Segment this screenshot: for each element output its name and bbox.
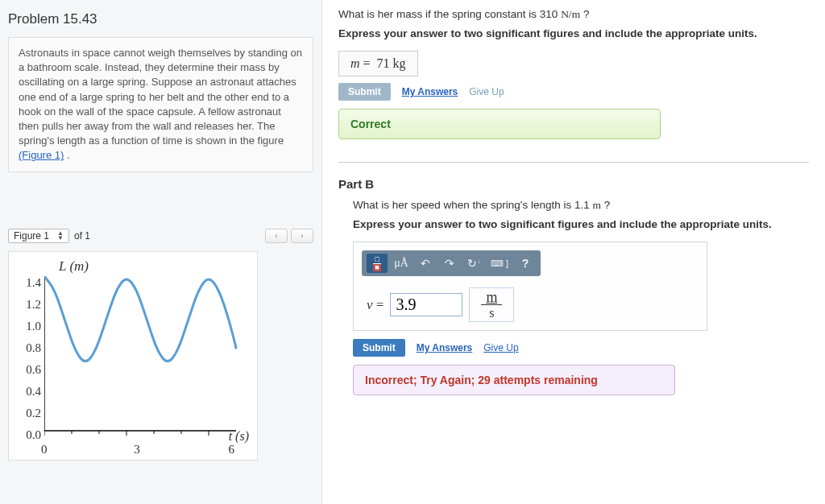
part-a-question: What is her mass if the spring constant … <box>338 8 809 21</box>
right-pane: What is her mass if the spring constant … <box>322 0 825 504</box>
part-a-buttons: Submit My Answers Give Up <box>338 83 809 101</box>
part-b: Part B What is her speed when the spring… <box>338 177 809 395</box>
help-button[interactable]: ? <box>515 254 536 273</box>
problem-body: Astronauts in space cannot weigh themsel… <box>19 47 302 147</box>
part-b-question: What is her speed when the spring's leng… <box>338 199 809 212</box>
undo-button[interactable]: ↶ <box>415 254 436 273</box>
chart-figure: L (m) t (s) 1.41.21.00.80.60.40.20.0 <box>8 251 258 461</box>
chart-x-ticks: 036 <box>41 443 234 456</box>
unit-numerator: m <box>481 290 502 305</box>
part-b-answer-input[interactable] <box>390 293 462 316</box>
separator <box>338 162 809 163</box>
figure-select-label: Figure 1 <box>14 230 49 242</box>
part-b-feedback-incorrect: Incorrect; Try Again; 29 attempts remain… <box>353 365 675 395</box>
figure-of-label: of 1 <box>74 230 90 242</box>
redo-button[interactable]: ↷ <box>439 254 460 273</box>
figure-nav: ‹ › <box>265 229 313 243</box>
problem-title: Problem 15.43 <box>8 8 313 37</box>
part-a-my-answers-link[interactable]: My Answers <box>402 86 458 97</box>
chart-plot <box>44 276 238 437</box>
unit-denominator: s <box>484 305 499 320</box>
part-b-unit-box[interactable]: m s <box>469 287 514 322</box>
part-a-give-up-link[interactable]: Give Up <box>469 86 504 97</box>
part-a-submit-button[interactable]: Submit <box>338 83 391 101</box>
unit-button[interactable]: μÅ <box>391 254 412 273</box>
problem-text: Astronauts in space cannot weigh themsel… <box>8 37 313 172</box>
figure-link[interactable]: (Figure 1) <box>19 149 64 161</box>
part-b-give-up-link[interactable]: Give Up <box>483 342 518 353</box>
part-b-instruction: Express your answer to two significant f… <box>338 218 809 230</box>
reset-button[interactable]: ↻ⁱ <box>463 254 484 273</box>
figure-controls: Figure 1 ▲▼ of 1 ‹ › <box>8 229 313 243</box>
left-pane: Problem 15.43 Astronauts in space cannot… <box>0 0 322 504</box>
problem-body-end: . <box>64 149 69 161</box>
equation-toolbar: □■ μÅ ↶ ↷ ↻ⁱ ⌨ ] ? <box>362 250 541 276</box>
part-a-value: 71 kg <box>377 56 406 70</box>
chart-y-axis-label: L (m) <box>59 258 89 275</box>
figure-stepper-icon[interactable]: ▲▼ <box>57 231 64 241</box>
part-b-answer-row: v = m s <box>362 287 699 322</box>
part-b-my-answers-link[interactable]: My Answers <box>417 342 473 353</box>
part-a-var: m <box>350 56 360 70</box>
part-b-var: v = <box>367 297 383 313</box>
part-b-input-panel: □■ μÅ ↶ ↷ ↻ⁱ ⌨ ] ? v = m s <box>353 242 707 331</box>
part-a-instruction: Express your answer to two significant f… <box>338 27 809 39</box>
figure-next-button[interactable]: › <box>291 229 313 243</box>
part-b-buttons: Submit My Answers Give Up <box>338 339 809 357</box>
figure-select[interactable]: Figure 1 ▲▼ <box>8 229 69 243</box>
keyboard-button[interactable]: ⌨ ] <box>487 254 512 273</box>
fraction-button[interactable]: □■ <box>367 254 388 273</box>
part-b-submit-button[interactable]: Submit <box>353 339 405 357</box>
chart-y-ticks: 1.41.21.00.80.60.40.20.0 <box>17 276 41 450</box>
part-a: What is her mass if the spring constant … <box>338 8 809 139</box>
figure-prev-button[interactable]: ‹ <box>265 229 288 243</box>
part-a-answer-readonly: m = 71 kg <box>338 51 418 76</box>
part-a-feedback-correct: Correct <box>338 109 661 139</box>
part-b-label: Part B <box>338 177 809 191</box>
chart-curve <box>44 276 236 361</box>
